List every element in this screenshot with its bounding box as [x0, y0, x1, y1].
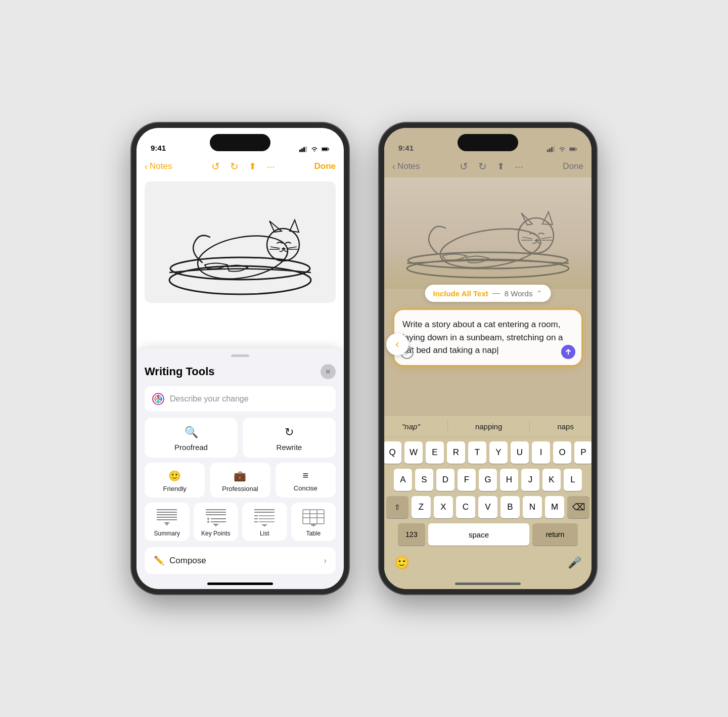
- table-icon: [301, 508, 326, 527]
- battery-icon: [322, 146, 330, 152]
- compose-label: Compose: [169, 556, 206, 566]
- key-M[interactable]: M: [545, 496, 564, 518]
- professional-button[interactable]: 💼 Professional: [210, 463, 270, 498]
- svg-rect-58: [576, 149, 577, 150]
- key-I[interactable]: I: [532, 441, 550, 464]
- sheet-header: Writing Tools ✕: [145, 364, 336, 379]
- close-icon: ✕: [325, 368, 331, 376]
- key-G[interactable]: G: [479, 469, 497, 491]
- include-all-text-pill[interactable]: Include All Text — 8 Words ⌃: [425, 285, 551, 302]
- keyboard: Q W E R T Y U I O P A S D F G H J K: [384, 437, 592, 589]
- more-icon-right[interactable]: ···: [515, 161, 523, 172]
- compose-pencil-icon: ✏️: [154, 555, 164, 566]
- emoji-bar: 🙂 🎤: [386, 551, 589, 573]
- friendly-button[interactable]: 🙂 Friendly: [145, 463, 205, 498]
- done-button-left[interactable]: Done: [314, 161, 336, 171]
- signal-icon-right: [547, 146, 555, 152]
- key-J[interactable]: J: [521, 469, 539, 491]
- space-key[interactable]: space: [428, 523, 529, 546]
- rewrite-button[interactable]: ↻ Rewrite: [243, 418, 336, 458]
- back-arrow-button[interactable]: ‹: [386, 333, 408, 355]
- close-button[interactable]: ✕: [321, 364, 336, 379]
- key-B[interactable]: B: [500, 496, 520, 518]
- key-L[interactable]: L: [564, 469, 582, 491]
- return-key[interactable]: return: [532, 523, 578, 546]
- key-Z[interactable]: Z: [412, 496, 431, 518]
- redo-icon[interactable]: ↻: [230, 160, 239, 172]
- cat-drawing-left: [145, 182, 336, 303]
- svg-marker-26: [165, 523, 168, 526]
- home-indicator-left: [207, 582, 273, 585]
- describe-placeholder: Describe your change: [170, 394, 249, 404]
- emoji-button[interactable]: 🙂: [394, 556, 410, 570]
- key-A[interactable]: A: [394, 469, 412, 491]
- key-points-button[interactable]: Key Points: [194, 503, 239, 541]
- proofread-label: Proofread: [174, 443, 208, 452]
- key-P[interactable]: P: [574, 441, 592, 464]
- pred-word-1[interactable]: "nap": [394, 420, 428, 433]
- table-button[interactable]: Table: [291, 503, 336, 541]
- key-C[interactable]: C: [456, 496, 475, 518]
- summary-button[interactable]: Summary: [145, 503, 190, 541]
- pill-chevron-icon: ⌃: [536, 289, 542, 297]
- sheet-handle: [231, 354, 249, 357]
- microphone-button[interactable]: 🎤: [568, 556, 581, 569]
- key-T[interactable]: T: [468, 441, 486, 464]
- numbers-key[interactable]: 123: [398, 523, 425, 546]
- concise-button[interactable]: ≡ Concise: [276, 463, 336, 498]
- undo-icon[interactable]: ↺: [211, 160, 220, 172]
- redo-icon-right[interactable]: ↻: [478, 160, 487, 172]
- key-F[interactable]: F: [458, 469, 476, 491]
- key-Q[interactable]: Q: [384, 441, 401, 464]
- tools-row-2: 🙂 Friendly 💼 Professional ≡ Concise: [145, 463, 336, 498]
- compose-button[interactable]: ✏️ Compose ›: [145, 547, 336, 574]
- svg-rect-59: [570, 148, 575, 150]
- signal-icon: [299, 146, 307, 152]
- keyboard-row-4: 123 space return: [386, 523, 589, 546]
- describe-change-input[interactable]: Describe your change: [145, 386, 336, 412]
- key-S[interactable]: S: [415, 469, 433, 491]
- key-K[interactable]: K: [542, 469, 561, 491]
- key-V[interactable]: V: [478, 496, 497, 518]
- cat-svg-right: [392, 188, 584, 279]
- key-D[interactable]: D: [436, 469, 454, 491]
- key-R[interactable]: R: [447, 441, 465, 464]
- professional-icon: 💼: [234, 470, 246, 482]
- send-button[interactable]: [561, 345, 575, 359]
- key-W[interactable]: W: [404, 441, 423, 464]
- share-icon[interactable]: ⬆: [249, 161, 256, 172]
- more-icon[interactable]: ···: [266, 161, 275, 172]
- format-row: Summary Key Points: [145, 503, 336, 541]
- friendly-label: Friendly: [163, 485, 187, 492]
- key-O[interactable]: O: [553, 441, 571, 464]
- proofread-button[interactable]: 🔍 Proofread: [145, 418, 238, 458]
- list-button[interactable]: List: [242, 503, 287, 541]
- done-button-right[interactable]: Done: [563, 161, 583, 171]
- time-left: 9:41: [151, 144, 166, 152]
- undo-icon-right[interactable]: ↺: [460, 160, 468, 172]
- svg-marker-66: [534, 239, 540, 241]
- key-H[interactable]: H: [500, 469, 518, 491]
- pred-word-2[interactable]: napping: [467, 420, 510, 433]
- keyboard-row-3: ⇧ Z X C V B N M ⌫: [386, 496, 589, 518]
- professional-label: Professional: [222, 485, 258, 492]
- nav-back-right[interactable]: ‹ Notes: [392, 161, 420, 172]
- key-Y[interactable]: Y: [489, 441, 508, 464]
- key-U[interactable]: U: [511, 441, 529, 464]
- shift-key[interactable]: ⇧: [386, 496, 408, 518]
- share-icon-right[interactable]: ⬆: [497, 161, 505, 172]
- key-E[interactable]: E: [426, 441, 444, 464]
- key-X[interactable]: X: [434, 496, 453, 518]
- svg-line-69: [541, 237, 552, 239]
- back-label-right: Notes: [397, 161, 420, 171]
- svg-rect-53: [547, 150, 549, 152]
- cat-svg-left: [154, 187, 326, 298]
- svg-point-10: [267, 229, 299, 261]
- text-input-area[interactable]: Write a story about a cat entering a roo…: [394, 310, 581, 365]
- key-N[interactable]: N: [523, 496, 542, 518]
- key-points-label: Key Points: [201, 530, 230, 537]
- delete-key[interactable]: ⌫: [567, 496, 589, 518]
- pred-word-3[interactable]: naps: [549, 420, 582, 433]
- nav-back-left[interactable]: ‹ Notes: [145, 161, 172, 172]
- word-count: 8 Words: [505, 289, 533, 298]
